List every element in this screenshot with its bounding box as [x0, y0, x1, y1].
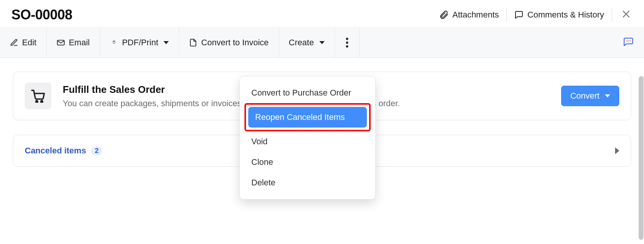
pdf-label: PDF/Print: [122, 38, 158, 48]
mail-icon: [57, 38, 65, 47]
convert-invoice-label: Convert to Invoice: [201, 38, 268, 48]
svg-point-3: [113, 41, 115, 43]
convert-button[interactable]: Convert: [561, 86, 619, 106]
divider: [612, 8, 612, 22]
comments-history-button[interactable]: Comments & History: [514, 10, 604, 20]
header-actions: Attachments Comments & History: [439, 8, 633, 22]
comments-label: Comments & History: [527, 10, 604, 20]
chat-button[interactable]: [620, 34, 636, 51]
pencil-icon: [10, 38, 18, 47]
canceled-items-count: 2: [91, 147, 102, 155]
convert-to-invoice-button[interactable]: Convert to Invoice: [179, 28, 279, 57]
menu-item-clone[interactable]: Clone: [244, 152, 371, 172]
email-label: Email: [69, 38, 90, 48]
chevron-down-icon: [319, 41, 325, 44]
toolbar-right: [613, 28, 644, 57]
menu-item-convert-po[interactable]: Convert to Purchase Order: [244, 83, 371, 103]
vertical-scrollbar[interactable]: [639, 76, 644, 240]
more-actions-menu: Convert to Purchase Order Reopen Cancele…: [240, 76, 376, 199]
pdf-icon: [110, 38, 118, 47]
action-toolbar: Edit Email PDF/Print Convert to Invoice …: [0, 27, 644, 58]
divider: [506, 8, 507, 22]
menu-item-void[interactable]: Void: [244, 131, 371, 152]
canceled-items-left: Canceled items 2: [25, 146, 102, 156]
chevron-down-icon: [605, 94, 610, 97]
close-icon: [621, 9, 631, 19]
attachments-label: Attachments: [452, 10, 499, 20]
more-actions-button[interactable]: [335, 28, 360, 57]
canceled-items-label: Canceled items: [25, 146, 86, 156]
edit-button[interactable]: Edit: [0, 28, 47, 57]
menu-item-reopen-canceled-highlight: Reopen Canceled Items: [244, 103, 371, 131]
page-header: SO-00008 Attachments Comments & History: [0, 0, 644, 27]
cart-icon-box: [25, 83, 51, 109]
attachments-button[interactable]: Attachments: [439, 10, 499, 20]
svg-point-8: [628, 40, 629, 41]
edit-label: Edit: [22, 38, 36, 48]
pdf-print-button[interactable]: PDF/Print: [100, 28, 179, 57]
comment-icon: [514, 10, 523, 19]
svg-point-4: [346, 38, 348, 40]
chevron-down-icon: [163, 41, 169, 44]
page-title: SO-00008: [11, 7, 72, 23]
svg-point-7: [627, 40, 628, 41]
paperclip-icon: [439, 10, 449, 19]
svg-point-5: [346, 41, 348, 44]
chevron-right-icon: [615, 147, 619, 154]
chat-ellipsis-icon: [623, 36, 634, 48]
convert-button-label: Convert: [570, 91, 600, 101]
menu-item-delete[interactable]: Delete: [244, 172, 371, 193]
create-label: Create: [289, 38, 314, 48]
svg-point-6: [346, 45, 348, 48]
file-icon: [189, 38, 197, 47]
cart-icon: [30, 89, 46, 103]
close-button[interactable]: [620, 8, 633, 22]
svg-point-10: [36, 100, 38, 102]
menu-item-reopen-canceled[interactable]: Reopen Canceled Items: [248, 107, 367, 128]
svg-point-9: [630, 40, 631, 41]
svg-point-11: [41, 100, 43, 102]
more-vertical-icon: [346, 37, 349, 48]
email-button[interactable]: Email: [47, 28, 100, 57]
create-button[interactable]: Create: [279, 28, 335, 57]
